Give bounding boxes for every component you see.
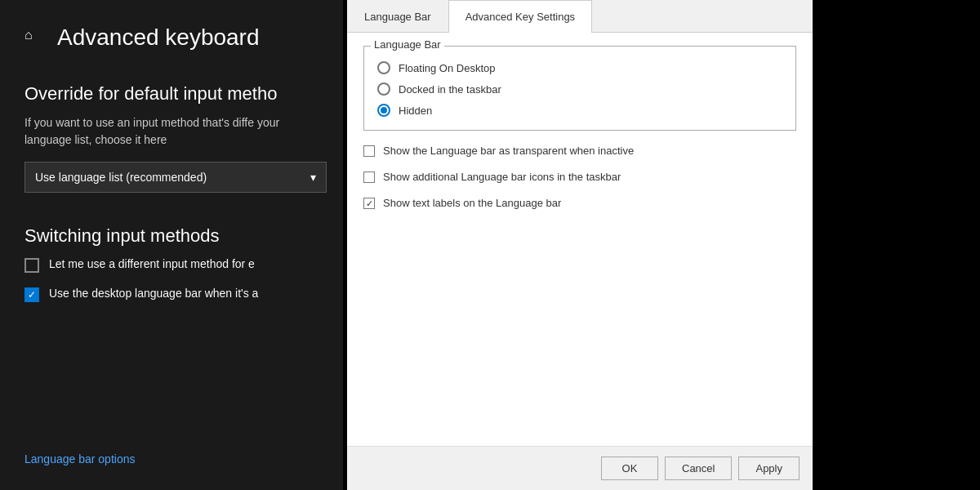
apply-button[interactable]: Apply [738, 457, 800, 480]
dialog-footer: OK Cancel Apply [347, 446, 813, 490]
cancel-button[interactable]: Cancel [665, 457, 732, 480]
radio-docked-row[interactable]: Docked in the taskbar [377, 82, 782, 96]
radio-hidden-row[interactable]: Hidden [377, 104, 782, 117]
transparent-checkbox[interactable] [363, 145, 375, 157]
home-icon[interactable]: ⌂ [24, 28, 44, 47]
text-labels-checkbox[interactable] [363, 198, 375, 209]
dropdown-chevron-icon: ▾ [310, 171, 316, 184]
tab-language-bar[interactable]: Language Bar [347, 0, 448, 33]
group-box-title: Language Bar [371, 38, 444, 51]
text-labels-checkbox-row[interactable]: Show text labels on the Language bar [363, 196, 796, 211]
switching-section-title: Switching input methods [24, 225, 318, 247]
settings-panel: ⌂ Advanced keyboard Override for default… [0, 0, 343, 490]
tab-advanced-key-settings[interactable]: Advanced Key Settings [448, 0, 592, 33]
language-bar-group: Language Bar Floating On Desktop Docked … [363, 46, 796, 131]
radio-floating[interactable] [377, 61, 390, 74]
switching-section: Switching input methods Let me use a dif… [24, 225, 318, 302]
page-title: Advanced keyboard [57, 24, 260, 51]
additional-icons-checkbox-row[interactable]: Show additional Language bar icons in th… [363, 170, 796, 185]
radio-hidden[interactable] [377, 104, 390, 117]
radio-docked[interactable] [377, 82, 390, 96]
switching-checkbox1-label: Let me use a different input method for … [49, 256, 255, 273]
page-header: ⌂ Advanced keyboard [24, 24, 318, 51]
additional-icons-checkbox[interactable] [363, 172, 375, 183]
radio-floating-row[interactable]: Floating On Desktop [377, 61, 782, 74]
text-labels-checkbox-label: Show text labels on the Language bar [383, 196, 561, 211]
language-bar-options-link[interactable]: Language bar options [24, 452, 135, 466]
switching-checkbox2-row[interactable]: Use the desktop language bar when it's a [24, 286, 318, 302]
override-section-title: Override for default input metho [24, 83, 318, 105]
text-services-dialog: Language Bar Advanced Key Settings Langu… [347, 0, 813, 490]
radio-docked-label: Docked in the taskbar [399, 83, 501, 96]
dialog-content: Language Bar Floating On Desktop Docked … [347, 33, 813, 446]
transparent-checkbox-label: Show the Language bar as transparent whe… [383, 144, 634, 158]
radio-floating-label: Floating On Desktop [399, 62, 496, 74]
dropdown-value: Use language list (recommended) [35, 171, 207, 184]
radio-hidden-label: Hidden [399, 105, 432, 117]
override-section-desc: If you want to use an input method that'… [24, 114, 318, 149]
switching-checkbox1[interactable] [24, 258, 39, 273]
dialog-tab-bar: Language Bar Advanced Key Settings [347, 0, 813, 33]
switching-checkbox2[interactable] [24, 287, 39, 302]
input-method-dropdown[interactable]: Use language list (recommended) ▾ [24, 162, 327, 193]
switching-checkbox1-row[interactable]: Let me use a different input method for … [24, 256, 318, 273]
additional-icons-checkbox-label: Show additional Language bar icons in th… [383, 170, 621, 185]
ok-button[interactable]: OK [601, 457, 658, 480]
transparent-checkbox-row[interactable]: Show the Language bar as transparent whe… [363, 144, 796, 158]
switching-checkbox2-label: Use the desktop language bar when it's a [49, 286, 258, 302]
